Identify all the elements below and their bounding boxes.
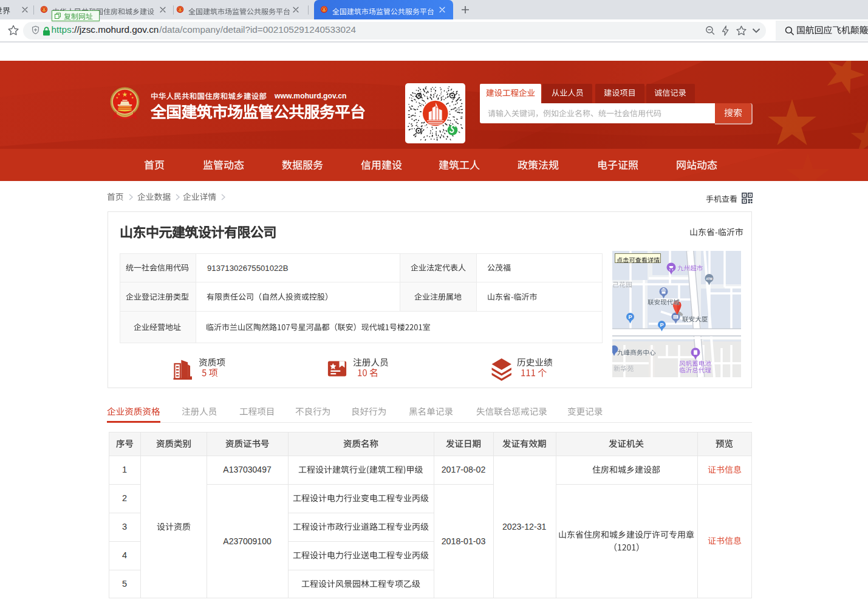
svg-text:P: P	[628, 314, 632, 320]
svg-text:ATM: ATM	[706, 277, 712, 281]
svg-text:P: P	[660, 322, 663, 328]
